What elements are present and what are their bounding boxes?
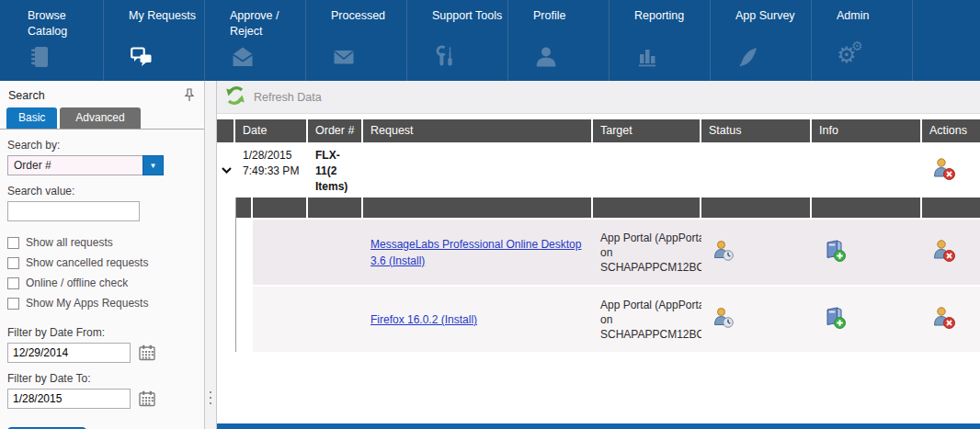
actions-cell [922, 287, 980, 352]
nested-header-cell [701, 198, 812, 218]
nav-reporting[interactable]: Reporting [610, 0, 711, 81]
order-cell [308, 287, 363, 352]
target-text: App Portal (AppPortal) on SCHAPAPPCM12BO… [600, 298, 701, 343]
refresh-label: Refresh Data [254, 91, 322, 104]
nested-header-cell [593, 198, 701, 218]
cancel-request-icon[interactable] [932, 306, 956, 333]
search-by-select[interactable]: Order # [7, 155, 142, 175]
refresh-data-button[interactable]: Refresh Data [224, 85, 322, 110]
checkbox[interactable] [7, 298, 19, 310]
tab-basic[interactable]: Basic [6, 107, 57, 129]
nav-app-survey[interactable]: App Survey [711, 0, 812, 81]
panel-splitter[interactable] [204, 81, 217, 429]
column-request[interactable]: Request [363, 119, 593, 142]
search-value-input[interactable] [7, 201, 140, 221]
nav-support-tools[interactable]: Support Tools [407, 0, 508, 81]
app-portal-window: Browse Catalog My Requests Approve / Rej… [0, 0, 980, 429]
request-cell: MessageLabs Professional Online Desktop … [363, 220, 593, 285]
table-header: Date Order # Request Target Status Info … [217, 119, 980, 142]
empty-cell [812, 142, 922, 198]
column-order[interactable]: Order # [308, 119, 363, 142]
nav-my-requests[interactable]: My Requests [104, 0, 205, 81]
checkbox[interactable] [7, 237, 19, 249]
target-cell: App Portal (AppPortal) on SCHAPAPPCM12BO… [593, 220, 701, 285]
catalog-icon [28, 44, 53, 70]
nav-label: App Survey [735, 8, 813, 24]
nested-header-cell [363, 198, 593, 218]
info-cell [812, 220, 922, 285]
target-cell: App Portal (AppPortal) on SCHAPAPPCM12BO… [593, 287, 701, 352]
column-target[interactable]: Target [593, 119, 701, 142]
nav-profile[interactable]: Profile [508, 0, 610, 81]
target-text: App Portal (AppPortal) on SCHAPAPPCM12BO… [600, 231, 701, 276]
nested-header-cell [922, 198, 980, 218]
nav-processed[interactable]: Processed [306, 0, 407, 81]
chevron-down-icon[interactable]: ▼ [142, 155, 164, 175]
column-actions[interactable]: Actions [922, 119, 980, 142]
group-date: 1/28/2015 7:49:33 PM [235, 142, 308, 198]
checkbox-label: Online / offline check [26, 277, 128, 289]
nested-header-cell [812, 198, 922, 218]
status-cell [701, 287, 812, 352]
request-link[interactable]: MessageLabs Professional Online Desktop … [370, 236, 586, 269]
order-group-row: 1/28/2015 7:49:33 PM FLX-11(2 Items) [217, 142, 980, 198]
date-cell [253, 287, 308, 352]
collapse-chevron-icon[interactable] [217, 142, 235, 198]
actions-cell [922, 220, 980, 285]
row-gutter [236, 287, 253, 352]
checkbox-show-cancelled-requests[interactable]: Show cancelled requests [0, 253, 204, 273]
row-gutter [236, 220, 253, 285]
package-add-icon[interactable] [823, 239, 847, 265]
request-row: MessageLabs Professional Online Desktop … [236, 220, 980, 285]
chat-bubbles-icon [129, 44, 154, 70]
user-pending-icon[interactable] [712, 307, 735, 332]
cancel-request-icon[interactable] [932, 157, 956, 184]
column-date[interactable]: Date [235, 119, 308, 142]
nav-approve-reject[interactable]: Approve / Reject [205, 0, 306, 81]
checkbox-online-offline-check[interactable]: Online / offline check [0, 273, 204, 293]
column-info[interactable]: Info [812, 119, 922, 142]
top-navigation: Browse Catalog My Requests Approve / Rej… [0, 0, 980, 81]
column-status[interactable]: Status [701, 119, 812, 142]
order-items-group: MessageLabs Professional Online Desktop … [235, 198, 980, 352]
requests-table: Date Order # Request Target Status Info … [217, 119, 980, 352]
empty-cell [593, 142, 701, 198]
nav-admin[interactable]: Admin ⚙⚙ [812, 0, 913, 81]
bar-chart-icon [634, 44, 660, 70]
date-to-input[interactable] [7, 389, 131, 409]
checkbox-label: Show all requests [26, 236, 113, 249]
grid-toolbar: Refresh Data [217, 81, 980, 114]
nav-label: Profile [533, 8, 610, 24]
calendar-icon[interactable] [139, 344, 156, 361]
request-row: Firefox 16.0.2 (Install) App Portal (App… [236, 287, 980, 352]
user-pending-icon[interactable] [712, 240, 735, 265]
empty-cell [363, 142, 593, 198]
group-order-number: FLX-11(2 Items) [308, 142, 363, 198]
person-icon [533, 44, 559, 70]
nested-header-cell [308, 198, 363, 218]
splitter-grip-icon[interactable] [210, 391, 211, 408]
tab-advanced[interactable]: Advanced [60, 107, 140, 129]
nav-label: Reporting [634, 8, 712, 24]
cancel-request-icon[interactable] [932, 239, 956, 265]
request-link[interactable]: Firefox 16.0.2 (Install) [370, 311, 477, 328]
search-panel-title: Search [8, 89, 45, 102]
date-from-input[interactable] [7, 343, 131, 363]
checkbox-show-my-apps-requests[interactable]: Show My Apps Requests [0, 293, 204, 313]
search-by-label: Search by: [0, 130, 204, 155]
nav-label: Browse Catalog [28, 8, 105, 40]
checkbox-show-all-requests[interactable]: Show all requests [0, 232, 204, 253]
pin-icon[interactable] [184, 88, 195, 102]
tools-icon [432, 44, 458, 70]
checkbox[interactable] [7, 257, 19, 269]
checkbox-label: Show My Apps Requests [26, 297, 148, 310]
nav-browse-catalog[interactable]: Browse Catalog [3, 0, 104, 81]
envelope-icon [331, 44, 357, 70]
nested-header-cell [253, 198, 308, 218]
nested-header [236, 198, 980, 218]
package-add-icon[interactable] [823, 306, 847, 333]
checkbox[interactable] [7, 277, 19, 289]
calendar-icon[interactable] [139, 390, 156, 407]
nested-header-cell [236, 198, 253, 218]
nav-label: Processed [331, 8, 408, 24]
